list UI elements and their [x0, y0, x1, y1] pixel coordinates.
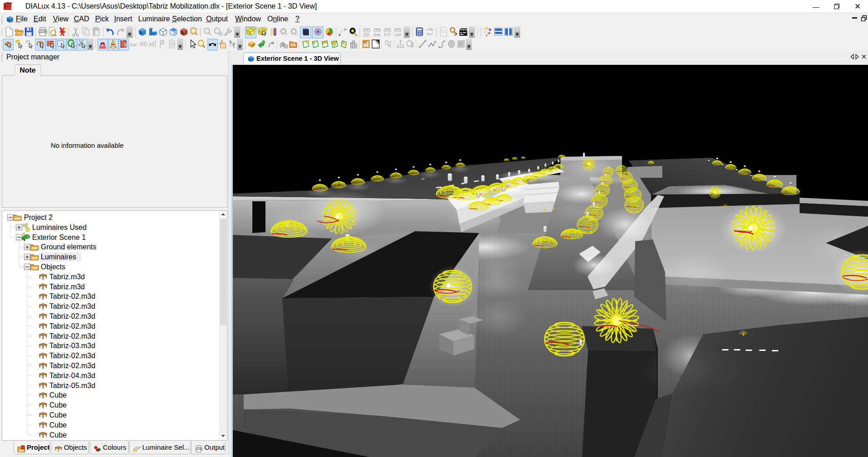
svg-text:Tabriz-02.m3d: Tabriz-02.m3d: [49, 352, 95, 360]
svg-text:Tabriz-02.m3d: Tabriz-02.m3d: [49, 332, 95, 340]
svg-text:Luminaires Used: Luminaires Used: [32, 224, 87, 231]
svg-text:Tabriz-02.m3d: Tabriz-02.m3d: [49, 322, 95, 330]
svg-text:Tabriz-02.m3d: Tabriz-02.m3d: [49, 292, 95, 300]
svg-text:Ground elements: Ground elements: [41, 243, 96, 251]
svg-text:Objects: Objects: [41, 263, 65, 271]
svg-text:Cube: Cube: [49, 431, 67, 439]
svg-text:Tabriz-04.m3d: Tabriz-04.m3d: [49, 372, 95, 379]
svg-text:Tabriz.m3d: Tabriz.m3d: [49, 283, 85, 291]
svg-text:Exterior Scene 1: Exterior Scene 1: [32, 233, 86, 241]
svg-text:Luminaires: Luminaires: [41, 253, 76, 261]
svg-text:Tabriz.m3d: Tabriz.m3d: [49, 273, 85, 281]
svg-text:Tabriz-05.m3d: Tabriz-05.m3d: [49, 382, 95, 389]
svg-text:Cube: Cube: [49, 401, 67, 409]
svg-text:Tabriz-03.m3d: Tabriz-03.m3d: [49, 342, 95, 350]
svg-text:Cube: Cube: [49, 391, 67, 399]
svg-text:Cube: Cube: [49, 411, 67, 419]
svg-text:DXF: DXF: [395, 33, 401, 37]
svg-text:Cube: Cube: [49, 421, 67, 429]
svg-text:Tabriz-02.m3d: Tabriz-02.m3d: [49, 302, 95, 310]
svg-text:Tabriz-02.m3d: Tabriz-02.m3d: [49, 362, 95, 369]
svg-text:DXF: DXF: [130, 43, 137, 48]
svg-text:Tabriz-02.m3d: Tabriz-02.m3d: [49, 312, 95, 320]
svg-text:Project 2: Project 2: [24, 214, 53, 221]
